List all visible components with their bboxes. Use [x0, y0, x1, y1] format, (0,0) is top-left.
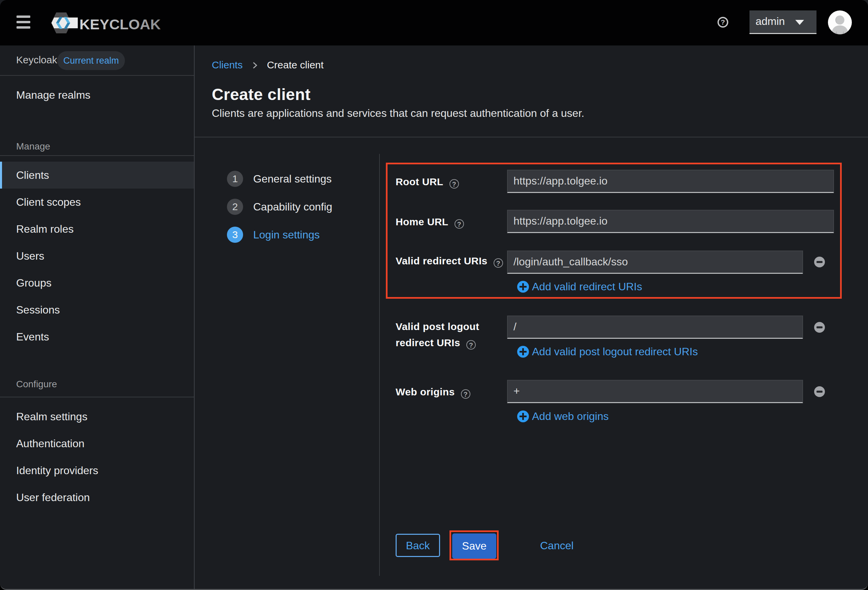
svg-text:KEYCLOAK: KEYCLOAK	[80, 16, 161, 33]
